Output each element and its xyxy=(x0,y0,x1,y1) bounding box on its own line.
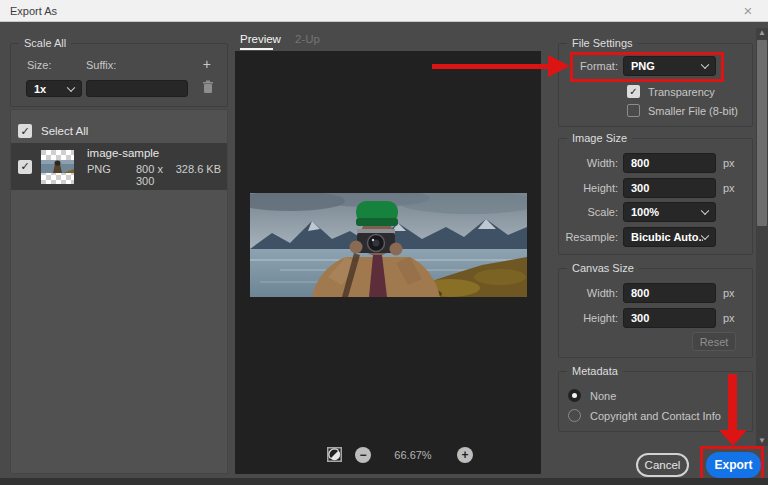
resample-label: Resample: xyxy=(558,231,618,243)
export-arrow-icon xyxy=(719,430,747,446)
image-width-unit: px xyxy=(723,157,735,169)
suffix-input[interactable] xyxy=(86,80,188,97)
window-bottom-edge xyxy=(0,478,768,485)
item-dimensions: 800 x 300 xyxy=(136,163,176,187)
zoom-out-button[interactable]: − xyxy=(355,447,371,463)
format-highlight-box xyxy=(570,52,724,82)
image-height-input[interactable]: 300 xyxy=(623,178,716,198)
image-width-input[interactable]: 800 xyxy=(623,153,716,173)
cancel-button[interactable]: Cancel xyxy=(636,453,689,477)
item-format: PNG xyxy=(87,163,136,187)
item-info: image-sample PNG 800 x 300 328.6 KB xyxy=(87,147,221,187)
preview-image xyxy=(250,193,527,297)
scale-dropdown[interactable]: 100% xyxy=(623,202,716,222)
smaller-file-checkbox[interactable] xyxy=(627,104,640,117)
fit-view-icon[interactable] xyxy=(327,447,342,462)
export-as-dialog: Export As × Scale All Size: Suffix: + 1x… xyxy=(0,0,768,485)
image-width-value: 800 xyxy=(631,157,649,169)
scale-size-dropdown[interactable]: 1x xyxy=(26,80,82,97)
select-all-label: Select All xyxy=(41,125,88,137)
reset-button[interactable]: Reset xyxy=(692,332,736,351)
preview-canvas: − 66.67% + xyxy=(235,51,541,474)
resample-dropdown[interactable]: Bicubic Auto... xyxy=(623,227,716,247)
smaller-file-label: Smaller File (8-bit) xyxy=(648,105,738,117)
image-width-label: Width: xyxy=(558,157,618,169)
image-size-title: Image Size xyxy=(567,132,632,144)
scale-all-title: Scale All xyxy=(19,37,71,49)
scrollbar-thumb[interactable] xyxy=(757,40,767,226)
scale-value: 100% xyxy=(631,206,659,218)
image-height-value: 300 xyxy=(631,182,649,194)
scroll-up-icon[interactable]: ▲ xyxy=(756,28,768,38)
scale-size-value: 1x xyxy=(34,83,46,95)
transparency-checkbox[interactable]: ✓ xyxy=(627,85,640,98)
tab-preview-underline xyxy=(240,48,273,50)
transparency-label: Transparency xyxy=(648,86,715,98)
zoom-in-button[interactable]: + xyxy=(457,447,473,463)
select-all-checkbox[interactable]: ✓ xyxy=(18,124,32,138)
canvas-size-title: Canvas Size xyxy=(567,262,639,274)
canvas-height-label: Height: xyxy=(558,312,618,324)
image-height-label: Height: xyxy=(558,182,618,194)
scale-all-group: Scale All Size: Suffix: + 1x xyxy=(10,43,228,107)
window-title: Export As xyxy=(10,5,57,17)
item-filesize: 328.6 KB xyxy=(176,163,221,187)
canvas-height-unit: px xyxy=(723,312,735,324)
chevron-down-icon xyxy=(67,83,75,91)
trash-icon[interactable] xyxy=(202,80,214,94)
suffix-label: Suffix: xyxy=(86,59,116,71)
metadata-none-radio[interactable] xyxy=(568,389,581,402)
canvas-width-unit: px xyxy=(723,287,735,299)
preview-zoom-bar: − 66.67% + xyxy=(235,447,541,463)
title-bar: Export As × xyxy=(0,0,768,22)
export-file-list: ✓ Select All ✓ image-sample PNG 800 x 30… xyxy=(10,109,228,474)
size-label: Size: xyxy=(27,59,51,71)
item-thumbnail xyxy=(41,150,74,184)
item-checkbox[interactable]: ✓ xyxy=(18,160,32,174)
canvas-width-label: Width: xyxy=(558,287,618,299)
zoom-level: 66.67% xyxy=(381,449,445,461)
select-all-row[interactable]: ✓ Select All xyxy=(11,110,227,143)
canvas-width-value: 800 xyxy=(631,287,649,299)
image-height-unit: px xyxy=(723,182,735,194)
scale-label: Scale: xyxy=(558,206,618,218)
tab-preview[interactable]: Preview xyxy=(240,33,281,45)
metadata-copyright-radio[interactable] xyxy=(568,409,581,422)
metadata-none-label: None xyxy=(590,390,616,402)
scroll-down-icon[interactable]: ▼ xyxy=(756,436,768,446)
item-name: image-sample xyxy=(87,147,221,159)
list-item[interactable]: ✓ image-sample PNG 800 x 300 328.6 KB xyxy=(11,143,227,190)
tab-2up[interactable]: 2-Up xyxy=(295,33,320,45)
format-arrow-icon xyxy=(548,55,570,77)
canvas-height-input[interactable]: 300 xyxy=(623,308,716,328)
canvas-width-input[interactable]: 800 xyxy=(623,283,716,303)
format-arrow-shaft xyxy=(432,64,550,69)
export-highlight-box xyxy=(700,446,764,482)
metadata-title: Metadata xyxy=(567,365,623,377)
canvas-height-value: 300 xyxy=(631,312,649,324)
close-icon[interactable]: × xyxy=(734,0,762,21)
resample-value: Bicubic Auto... xyxy=(631,231,703,243)
right-panel-scrollbar[interactable]: ▲ ▼ xyxy=(756,28,768,446)
export-arrow-shaft xyxy=(728,374,737,432)
add-scale-icon[interactable]: + xyxy=(203,56,211,72)
chevron-down-icon xyxy=(701,207,709,215)
metadata-copyright-label: Copyright and Contact Info xyxy=(590,410,721,422)
file-settings-title: File Settings xyxy=(567,37,638,49)
